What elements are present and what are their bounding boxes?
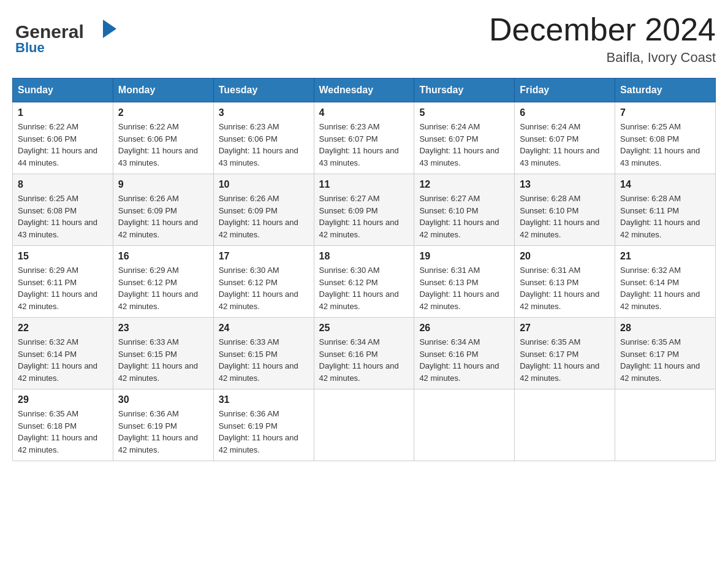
table-row [414, 389, 515, 461]
title-section: December 2024 Baifla, Ivory Coast [489, 12, 716, 66]
table-row: 6 Sunrise: 6:24 AM Sunset: 6:07 PM Dayli… [515, 102, 615, 174]
day-info: Sunrise: 6:22 AM Sunset: 6:06 PM Dayligh… [18, 121, 108, 169]
day-info: Sunrise: 6:36 AM Sunset: 6:19 PM Dayligh… [219, 408, 309, 456]
day-info: Sunrise: 6:30 AM Sunset: 6:12 PM Dayligh… [219, 264, 309, 312]
day-number: 23 [118, 323, 208, 334]
table-row: 11 Sunrise: 6:27 AM Sunset: 6:09 PM Dayl… [314, 174, 414, 246]
day-info: Sunrise: 6:34 AM Sunset: 6:16 PM Dayligh… [319, 336, 409, 384]
calendar-week-2: 8 Sunrise: 6:25 AM Sunset: 6:08 PM Dayli… [13, 174, 716, 246]
day-number: 1 [18, 107, 108, 118]
svg-marker-1 [103, 20, 116, 38]
day-number: 14 [620, 179, 710, 190]
table-row: 22 Sunrise: 6:32 AM Sunset: 6:14 PM Dayl… [13, 318, 113, 389]
day-info: Sunrise: 6:24 AM Sunset: 6:07 PM Dayligh… [520, 121, 610, 169]
page-header: General Blue December 2024 Baifla, Ivory… [12, 12, 716, 66]
day-info: Sunrise: 6:31 AM Sunset: 6:13 PM Dayligh… [419, 264, 509, 312]
day-info: Sunrise: 6:29 AM Sunset: 6:12 PM Dayligh… [118, 264, 208, 312]
table-row: 15 Sunrise: 6:29 AM Sunset: 6:11 PM Dayl… [13, 246, 113, 318]
table-row: 5 Sunrise: 6:24 AM Sunset: 6:07 PM Dayli… [414, 102, 515, 174]
day-number: 16 [118, 251, 208, 262]
day-number: 24 [219, 323, 309, 334]
table-row: 9 Sunrise: 6:26 AM Sunset: 6:09 PM Dayli… [113, 174, 213, 246]
day-info: Sunrise: 6:35 AM Sunset: 6:18 PM Dayligh… [18, 408, 108, 456]
day-number: 22 [18, 323, 108, 334]
day-number: 7 [620, 107, 710, 118]
header-sunday: Sunday [13, 79, 113, 102]
header-tuesday: Tuesday [213, 79, 314, 102]
table-row: 27 Sunrise: 6:35 AM Sunset: 6:17 PM Dayl… [515, 318, 615, 389]
table-row: 12 Sunrise: 6:27 AM Sunset: 6:10 PM Dayl… [414, 174, 515, 246]
day-info: Sunrise: 6:26 AM Sunset: 6:09 PM Dayligh… [118, 193, 208, 240]
day-number: 29 [18, 394, 108, 405]
svg-text:Blue: Blue [15, 40, 45, 55]
table-row: 24 Sunrise: 6:33 AM Sunset: 6:15 PM Dayl… [213, 318, 314, 389]
table-row: 17 Sunrise: 6:30 AM Sunset: 6:12 PM Dayl… [213, 246, 314, 318]
day-info: Sunrise: 6:25 AM Sunset: 6:08 PM Dayligh… [18, 193, 108, 240]
day-info: Sunrise: 6:27 AM Sunset: 6:09 PM Dayligh… [319, 193, 409, 240]
day-info: Sunrise: 6:31 AM Sunset: 6:13 PM Dayligh… [520, 264, 610, 312]
day-number: 2 [118, 107, 208, 118]
day-number: 25 [319, 323, 409, 334]
table-row: 2 Sunrise: 6:22 AM Sunset: 6:06 PM Dayli… [113, 102, 213, 174]
header-thursday: Thursday [414, 79, 515, 102]
table-row: 31 Sunrise: 6:36 AM Sunset: 6:19 PM Dayl… [213, 389, 314, 461]
day-number: 11 [319, 179, 409, 190]
day-info: Sunrise: 6:30 AM Sunset: 6:12 PM Dayligh… [319, 264, 409, 312]
table-row: 20 Sunrise: 6:31 AM Sunset: 6:13 PM Dayl… [515, 246, 615, 318]
day-info: Sunrise: 6:33 AM Sunset: 6:15 PM Dayligh… [118, 336, 208, 384]
day-info: Sunrise: 6:33 AM Sunset: 6:15 PM Dayligh… [219, 336, 309, 384]
day-info: Sunrise: 6:26 AM Sunset: 6:09 PM Dayligh… [219, 193, 309, 240]
day-info: Sunrise: 6:34 AM Sunset: 6:16 PM Dayligh… [419, 336, 509, 384]
day-number: 10 [219, 179, 309, 190]
table-row: 18 Sunrise: 6:30 AM Sunset: 6:12 PM Dayl… [314, 246, 414, 318]
header-wednesday: Wednesday [314, 79, 414, 102]
day-number: 20 [520, 251, 610, 262]
calendar-week-5: 29 Sunrise: 6:35 AM Sunset: 6:18 PM Dayl… [13, 389, 716, 461]
day-info: Sunrise: 6:28 AM Sunset: 6:11 PM Dayligh… [620, 193, 710, 240]
table-row [314, 389, 414, 461]
table-row: 3 Sunrise: 6:23 AM Sunset: 6:06 PM Dayli… [213, 102, 314, 174]
day-number: 15 [18, 251, 108, 262]
calendar-week-1: 1 Sunrise: 6:22 AM Sunset: 6:06 PM Dayli… [13, 102, 716, 174]
logo: General Blue [12, 12, 129, 55]
day-number: 17 [219, 251, 309, 262]
day-info: Sunrise: 6:35 AM Sunset: 6:17 PM Dayligh… [620, 336, 710, 384]
table-row: 26 Sunrise: 6:34 AM Sunset: 6:16 PM Dayl… [414, 318, 515, 389]
day-number: 19 [419, 251, 509, 262]
table-row: 25 Sunrise: 6:34 AM Sunset: 6:16 PM Dayl… [314, 318, 414, 389]
table-row: 23 Sunrise: 6:33 AM Sunset: 6:15 PM Dayl… [113, 318, 213, 389]
table-row [515, 389, 615, 461]
table-row: 7 Sunrise: 6:25 AM Sunset: 6:08 PM Dayli… [615, 102, 716, 174]
table-row: 21 Sunrise: 6:32 AM Sunset: 6:14 PM Dayl… [615, 246, 716, 318]
day-number: 6 [520, 107, 610, 118]
day-number: 9 [118, 179, 208, 190]
day-info: Sunrise: 6:32 AM Sunset: 6:14 PM Dayligh… [18, 336, 108, 384]
day-info: Sunrise: 6:27 AM Sunset: 6:10 PM Dayligh… [419, 193, 509, 240]
day-number: 3 [219, 107, 309, 118]
day-number: 18 [319, 251, 409, 262]
table-row: 10 Sunrise: 6:26 AM Sunset: 6:09 PM Dayl… [213, 174, 314, 246]
day-number: 4 [319, 107, 409, 118]
day-number: 30 [118, 394, 208, 405]
location: Baifla, Ivory Coast [489, 50, 716, 66]
day-info: Sunrise: 6:22 AM Sunset: 6:06 PM Dayligh… [118, 121, 208, 169]
day-info: Sunrise: 6:28 AM Sunset: 6:10 PM Dayligh… [520, 193, 610, 240]
logo-svg: General Blue [12, 12, 129, 55]
table-row: 8 Sunrise: 6:25 AM Sunset: 6:08 PM Dayli… [13, 174, 113, 246]
day-info: Sunrise: 6:23 AM Sunset: 6:06 PM Dayligh… [219, 121, 309, 169]
calendar-week-3: 15 Sunrise: 6:29 AM Sunset: 6:11 PM Dayl… [13, 246, 716, 318]
day-info: Sunrise: 6:29 AM Sunset: 6:11 PM Dayligh… [18, 264, 108, 312]
table-row: 19 Sunrise: 6:31 AM Sunset: 6:13 PM Dayl… [414, 246, 515, 318]
calendar-week-4: 22 Sunrise: 6:32 AM Sunset: 6:14 PM Dayl… [13, 318, 716, 389]
day-number: 31 [219, 394, 309, 405]
day-number: 13 [520, 179, 610, 190]
day-number: 21 [620, 251, 710, 262]
day-number: 12 [419, 179, 509, 190]
day-info: Sunrise: 6:25 AM Sunset: 6:08 PM Dayligh… [620, 121, 710, 169]
header-monday: Monday [113, 79, 213, 102]
table-row: 4 Sunrise: 6:23 AM Sunset: 6:07 PM Dayli… [314, 102, 414, 174]
table-row: 16 Sunrise: 6:29 AM Sunset: 6:12 PM Dayl… [113, 246, 213, 318]
table-row: 28 Sunrise: 6:35 AM Sunset: 6:17 PM Dayl… [615, 318, 716, 389]
day-info: Sunrise: 6:35 AM Sunset: 6:17 PM Dayligh… [520, 336, 610, 384]
table-row: 29 Sunrise: 6:35 AM Sunset: 6:18 PM Dayl… [13, 389, 113, 461]
